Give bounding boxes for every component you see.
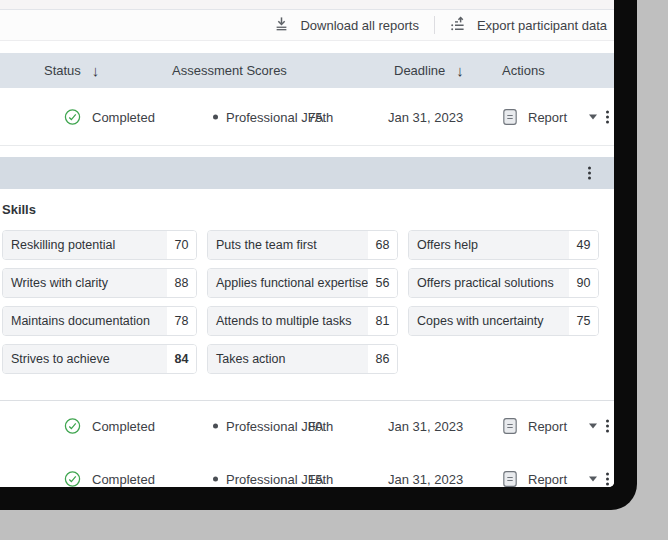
check-circle-icon — [64, 108, 81, 125]
skill-chip: Offers help 49 — [408, 230, 599, 260]
skill-chip: Offers practical solutions 90 — [408, 268, 599, 298]
skill-score: 86 — [368, 345, 397, 373]
skill-chip: Applies functional expertise 56 — [207, 268, 398, 298]
skill-score: 68 — [368, 231, 397, 259]
skill-score: 90 — [569, 269, 598, 297]
sort-descending-icon[interactable]: ↓ — [92, 62, 100, 79]
status-label: Completed — [92, 418, 155, 433]
skill-chip: Maintains documentation 78 — [2, 306, 197, 336]
chevron-down-icon[interactable] — [589, 476, 597, 481]
skill-chip: Attends to multiple tasks 81 — [207, 306, 398, 336]
export-participant-data-button[interactable]: Export participant data — [450, 16, 607, 35]
kebab-menu-icon[interactable] — [606, 110, 609, 123]
bullet-icon — [213, 423, 218, 428]
download-all-reports-button[interactable]: Download all reports — [274, 16, 419, 34]
chevron-down-icon[interactable] — [589, 114, 597, 119]
kebab-menu-icon[interactable] — [606, 472, 609, 485]
skill-chip: Writes with clarity 88 — [2, 268, 197, 298]
skill-chip: Takes action 86 — [207, 344, 398, 374]
participant-row[interactable]: Completed Professional JFA 75th Jan 31, … — [0, 88, 614, 146]
skill-name: Maintains documentation — [3, 307, 167, 335]
column-header-actions: Actions — [502, 53, 545, 88]
assessment-scores-header-label: Assessment Scores — [172, 63, 287, 78]
table-header-row: Status ↓ Assessment Scores Deadline ↓ Ac… — [0, 53, 614, 88]
skill-chip: Copes with uncertainty 75 — [408, 306, 599, 336]
skill-name: Reskilling potential — [3, 231, 167, 259]
deadline-value: Jan 31, 2023 — [388, 418, 463, 433]
status-label: Completed — [92, 109, 155, 124]
skill-name: Offers practical solutions — [409, 269, 569, 297]
skills-grid: Reskilling potential 70 Puts the team fi… — [2, 230, 599, 374]
toolbar-divider — [434, 16, 435, 34]
deadline-value: Jan 31, 2023 — [388, 109, 463, 124]
status-label: Completed — [92, 471, 155, 486]
skill-name: Writes with clarity — [3, 269, 167, 297]
document-icon — [502, 417, 518, 434]
assessment-percentile: 15th — [308, 471, 333, 486]
report-button[interactable]: Report — [528, 471, 567, 486]
skill-score: 70 — [167, 231, 196, 259]
skill-score: 49 — [569, 231, 598, 259]
bullet-icon — [213, 114, 218, 119]
column-header-assessment-scores[interactable]: Assessment Scores — [172, 53, 287, 88]
expanded-row-bar — [0, 157, 614, 189]
skill-name: Copes with uncertainty — [409, 307, 569, 335]
actions-header-label: Actions — [502, 63, 545, 78]
report-button[interactable]: Report — [528, 418, 567, 433]
skills-section-title: Skills — [2, 202, 36, 217]
kebab-menu-icon[interactable] — [588, 167, 591, 180]
document-icon — [502, 470, 518, 487]
skill-chip: Puts the team first 68 — [207, 230, 398, 260]
reports-toolbar: Download all reports Export participant … — [0, 10, 614, 41]
report-button[interactable]: Report — [528, 109, 567, 124]
column-header-status[interactable]: Status ↓ — [44, 53, 99, 88]
skill-chip: Strives to achieve 84 — [2, 344, 197, 374]
skill-score: 75 — [569, 307, 598, 335]
skill-name: Strives to achieve — [3, 345, 167, 373]
skill-chip: Reskilling potential 70 — [2, 230, 197, 260]
download-icon — [274, 16, 289, 34]
participant-row[interactable]: Completed Professional JFA 80th Jan 31, … — [0, 400, 614, 451]
export-participant-data-label: Export participant data — [477, 18, 607, 33]
skill-score: 88 — [167, 269, 196, 297]
deadline-header-label: Deadline — [394, 63, 445, 78]
download-all-reports-label: Download all reports — [300, 18, 419, 33]
kebab-menu-icon[interactable] — [606, 419, 609, 432]
app-screen: Download all reports Export participant … — [0, 0, 614, 487]
sort-descending-icon[interactable]: ↓ — [456, 62, 464, 79]
skill-score: 81 — [368, 307, 397, 335]
skill-name: Takes action — [208, 345, 368, 373]
document-icon — [502, 108, 518, 125]
skill-name: Applies functional expertise — [208, 269, 368, 297]
skill-score: 84 — [167, 345, 196, 373]
check-circle-icon — [64, 470, 81, 487]
assessment-percentile: 80th — [308, 418, 333, 433]
top-strip — [0, 0, 614, 10]
check-circle-icon — [64, 417, 81, 434]
assessment-percentile: 75th — [308, 109, 333, 124]
participant-row[interactable]: Completed Professional JFA 15th Jan 31, … — [0, 450, 614, 487]
skill-name: Offers help — [409, 231, 569, 259]
skill-name: Attends to multiple tasks — [208, 307, 368, 335]
export-list-icon — [450, 16, 466, 35]
skill-name: Puts the team first — [208, 231, 368, 259]
chevron-down-icon[interactable] — [589, 423, 597, 428]
device-bezel: Download all reports Export participant … — [0, 0, 637, 510]
column-header-deadline[interactable]: Deadline ↓ — [394, 53, 464, 88]
bullet-icon — [213, 476, 218, 481]
status-header-label: Status — [44, 63, 81, 78]
deadline-value: Jan 31, 2023 — [388, 471, 463, 486]
skill-score: 78 — [167, 307, 196, 335]
skill-score: 56 — [368, 269, 397, 297]
